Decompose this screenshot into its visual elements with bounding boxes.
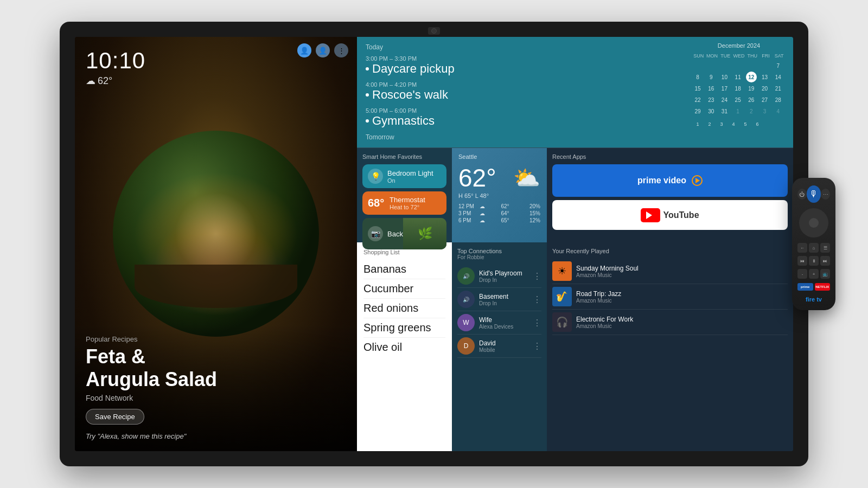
recently-played-panel: Your Recently Played ☀ Sunday Morning So… xyxy=(547,242,793,451)
event-3: 5:00 PM – 6:00 PM Gymnastics xyxy=(366,107,676,128)
track-3-thumb: 🎧 xyxy=(552,312,572,332)
prime-video-logo: prime video xyxy=(637,175,703,186)
menu-icon[interactable]: ⋮ xyxy=(334,43,348,57)
thermostat-status: Heat to 72° xyxy=(390,204,425,210)
contact-3-info: Wife Alexa Devices xyxy=(479,316,528,330)
home-button[interactable]: ⌂ xyxy=(809,243,819,253)
backyard-preview: 🌿 xyxy=(403,218,446,249)
prime-video-button[interactable]: prime video xyxy=(552,164,788,197)
contact-4-status: Mobile xyxy=(479,347,528,353)
rewind-button[interactable]: ⏮ xyxy=(797,256,807,266)
event-3-name: Gymnastics xyxy=(366,114,676,128)
smart-home-title: Smart Home Favorites xyxy=(362,153,446,160)
play-pause-button[interactable]: ⏸ xyxy=(809,256,819,266)
contact-2[interactable]: 🔊 Basement Drop In ⋮ xyxy=(457,288,541,311)
mini-calendar: December 2024 SUN MON TUE WED THU FRI SA… xyxy=(685,37,793,147)
popular-label: Popular Recipes xyxy=(86,335,346,343)
prime-stream-button[interactable]: prime xyxy=(797,283,813,291)
backyard-camera[interactable]: 📷 Backyard 🌿 xyxy=(362,218,446,249)
event-2-dot xyxy=(366,93,369,97)
track-2[interactable]: 🎷 Road Trip: Jazz Amazon Music xyxy=(552,284,788,310)
event-2-name: Roscoe's walk xyxy=(366,88,676,102)
contact-3[interactable]: W Wife Alexa Devices ⋮ xyxy=(457,311,541,335)
contact-3-avatar: W xyxy=(457,314,475,331)
vol-up-button[interactable]: + xyxy=(809,269,819,279)
nav-ring[interactable] xyxy=(799,208,828,237)
vol-down-button[interactable]: - xyxy=(797,269,807,279)
weather-location: Seattle xyxy=(458,153,540,160)
tv-camera xyxy=(428,27,440,35)
event-1-time: 3:00 PM – 3:30 PM xyxy=(366,55,676,62)
contact-1[interactable]: 🔊 Kid's Playroom Drop In ⋮ xyxy=(457,265,541,288)
recipe-title-line1: Feta & xyxy=(86,345,145,368)
youtube-logo: YouTube xyxy=(641,208,699,222)
contact-4[interactable]: D David Mobile ⋮ xyxy=(457,335,541,358)
weather-panel: Seattle 62° ⛅ H 65° L 48° 12 PM ☁ 62° 20… xyxy=(452,148,547,242)
contact-2-more[interactable]: ⋮ xyxy=(533,294,541,305)
recent-apps-title: Recent Apps xyxy=(552,153,788,160)
back-button[interactable]: ← xyxy=(797,243,807,253)
shopping-item-4: Spring greens xyxy=(363,318,445,338)
contact-2-avatar: 🔊 xyxy=(457,291,475,308)
youtube-button[interactable]: YouTube xyxy=(552,200,788,230)
event-1: 3:00 PM – 3:30 PM Daycare pickup xyxy=(366,55,676,76)
track-3-title: Electronic For Work xyxy=(576,316,788,323)
recipe-title: Feta & Arugula Salad xyxy=(86,345,346,390)
media-buttons-row: ⏮ ⏸ ⏭ xyxy=(797,256,830,266)
remote-body: ⏻ 🎙 ⋯ ← ⌂ ☰ ⏮ ⏸ ⏭ - + 📺 prime NET xyxy=(792,178,835,310)
recently-played-title: Your Recently Played xyxy=(552,248,788,254)
thermostat-button[interactable]: 68° Thermostat Heat to 72° xyxy=(362,191,446,215)
calendar-grid: SUN MON TUE WED THU FRI SAT xyxy=(692,52,786,117)
bedroom-light-button[interactable]: 💡 Bedroom Light On xyxy=(362,164,446,188)
power-button[interactable]: ⏻ xyxy=(797,189,807,200)
weather-icon: ☁ xyxy=(86,75,95,87)
contact-2-info: Basement Drop In xyxy=(479,293,528,306)
shopping-list-panel: Shopping List Bananas Cucumber Red onion… xyxy=(357,242,452,451)
netflix-stream-button[interactable]: NETFLIX xyxy=(815,283,831,291)
contact-4-more[interactable]: ⋮ xyxy=(533,341,541,351)
calendar-events: Today 3:00 PM – 3:30 PM Daycare pickup 4… xyxy=(357,37,685,147)
profile-icon[interactable]: 👤 xyxy=(316,43,330,57)
contact-3-more[interactable]: ⋮ xyxy=(533,318,541,328)
bottom-row: Shopping List Bananas Cucumber Red onion… xyxy=(357,242,793,451)
forecast-3pm: 3 PM ☁ 64° 15% xyxy=(458,210,540,216)
recipe-title-line2: Arugula Salad xyxy=(86,368,217,390)
track-1[interactable]: ☀ Sunday Morning Soul Amazon Music xyxy=(552,259,788,284)
save-recipe-button[interactable]: Save Recipe xyxy=(86,409,144,425)
light-status: On xyxy=(387,177,433,184)
nav-center[interactable] xyxy=(809,218,819,228)
contact-1-more[interactable]: ⋮ xyxy=(533,271,541,281)
left-panel: 10:10 ☁ 62° 👤 👤 ⋮ Popular Recipes xyxy=(75,37,357,451)
tomorrow-label: Tomorrow xyxy=(366,133,676,141)
remote-control: ⏻ 🎙 ⋯ ← ⌂ ☰ ⏮ ⏸ ⏭ - + 📺 prime NET xyxy=(792,178,835,310)
weather-temp: 62° xyxy=(458,163,496,192)
clock-display: 10:10 xyxy=(86,48,145,74)
tv-button[interactable]: 📺 xyxy=(820,269,830,279)
volume-row: - + 📺 xyxy=(797,269,830,279)
shopping-list-title: Shopping List xyxy=(363,249,445,255)
weather-icon-big: ⛅ xyxy=(513,165,540,191)
fast-forward-button[interactable]: ⏭ xyxy=(820,256,830,266)
connections-title: Top Connections xyxy=(457,248,541,254)
track-3[interactable]: 🎧 Electronic For Work Amazon Music xyxy=(552,310,788,335)
contact-1-avatar: 🔊 xyxy=(457,267,475,285)
weather-main: 62° ⛅ xyxy=(458,163,540,192)
event-1-dot xyxy=(366,67,369,70)
light-name: Bedroom Light xyxy=(387,169,433,177)
event-2: 4:00 PM – 4:20 PM Roscoe's walk xyxy=(366,81,676,102)
contact-1-info: Kid's Playroom Drop In xyxy=(479,269,528,283)
settings-button[interactable]: ⋯ xyxy=(821,189,830,200)
middle-row: Smart Home Favorites 💡 Bedroom Light On … xyxy=(357,147,793,242)
menu-button[interactable]: ☰ xyxy=(820,243,830,253)
contact-2-name: Basement xyxy=(479,293,528,300)
shopping-item-3: Red onions xyxy=(363,299,445,318)
event-3-time: 5:00 PM – 6:00 PM xyxy=(366,107,676,114)
time-weather: 10:10 ☁ 62° xyxy=(86,48,145,87)
tv-frame: 10:10 ☁ 62° 👤 👤 ⋮ Popular Recipes xyxy=(60,22,808,466)
alexa-icon[interactable]: 👤 xyxy=(297,43,311,57)
youtube-play-icon xyxy=(641,208,660,222)
mic-button[interactable]: 🎙 xyxy=(807,185,821,203)
track-2-title: Road Trip: Jazz xyxy=(576,290,788,298)
thermostat-name: Thermostat xyxy=(390,196,425,204)
youtube-text: YouTube xyxy=(663,210,699,220)
